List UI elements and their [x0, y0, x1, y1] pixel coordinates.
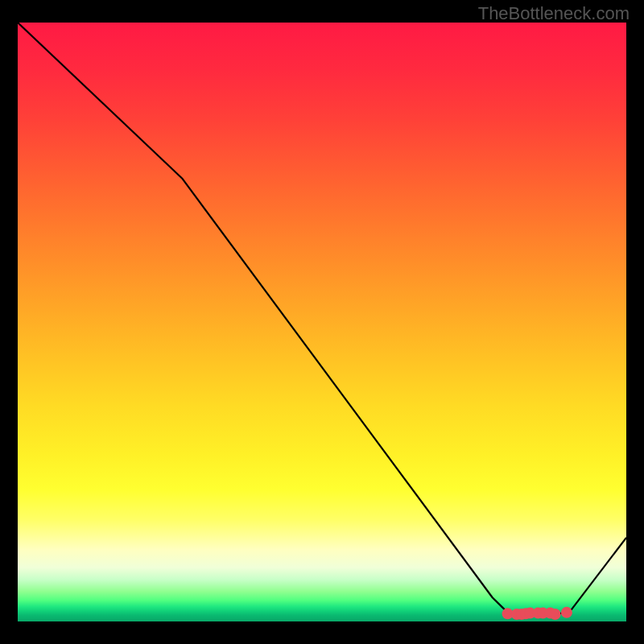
chart-markers	[502, 607, 572, 620]
svg-point-9	[561, 607, 572, 618]
svg-point-8	[550, 609, 561, 620]
watermark-text: TheBottleneck.com	[478, 3, 630, 24]
chart-line	[18, 23, 626, 614]
chart-plot-area	[18, 23, 626, 621]
chart-svg	[18, 23, 626, 621]
